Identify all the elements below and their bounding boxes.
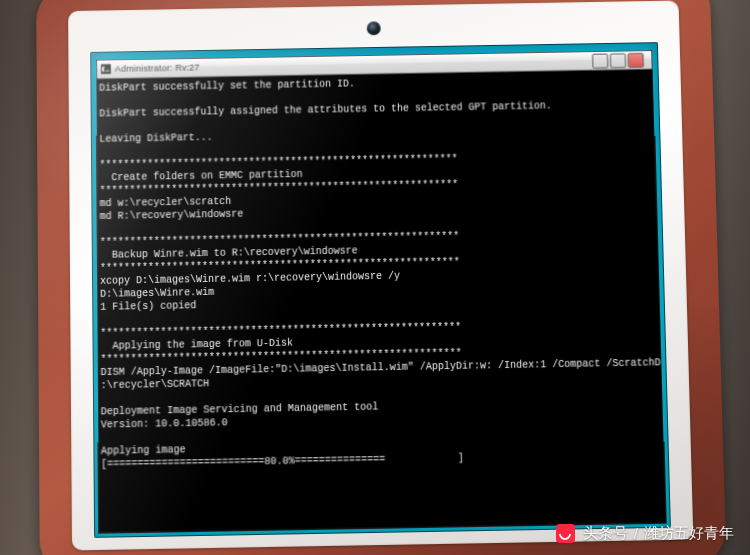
maximize-button[interactable] — [610, 53, 626, 68]
toutiao-logo-icon — [556, 524, 575, 543]
svg-rect-1 — [106, 70, 109, 71]
minimize-button[interactable] — [592, 53, 608, 68]
close-button[interactable] — [628, 53, 644, 68]
tablet-bezel: Administrator: Rv:27 DiskPart successful… — [68, 0, 693, 550]
cmd-icon — [101, 64, 111, 74]
command-prompt-window[interactable]: Administrator: Rv:27 DiskPart successful… — [97, 51, 666, 533]
tablet-case: Administrator: Rv:27 DiskPart successful… — [36, 0, 726, 555]
watermark-separator: / — [634, 525, 638, 542]
watermark-prefix: 头条号 — [583, 524, 628, 543]
watermark: 头条号 / 潍坊五好青年 — [556, 524, 734, 543]
photo-background: Administrator: Rv:27 DiskPart successful… — [0, 0, 750, 555]
window-title: Administrator: Rv:27 — [115, 63, 200, 74]
front-camera — [367, 21, 381, 35]
watermark-author: 潍坊五好青年 — [644, 524, 734, 543]
terminal-output: DiskPart successfully set the partition … — [97, 68, 665, 532]
tablet-screen: Administrator: Rv:27 DiskPart successful… — [90, 42, 671, 538]
